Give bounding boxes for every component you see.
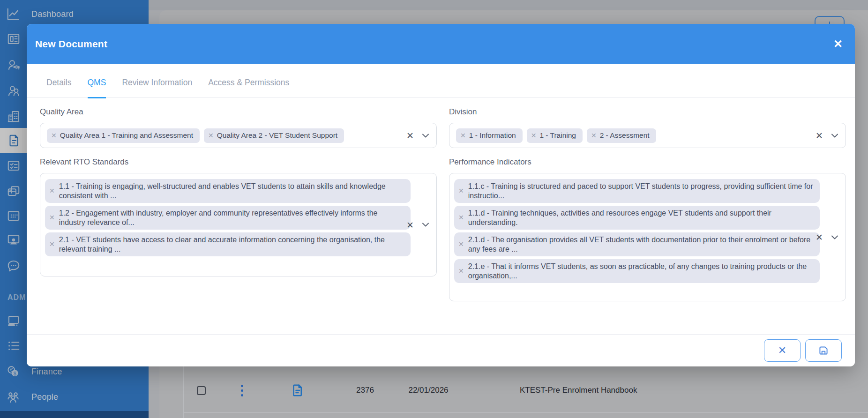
chip-remove-icon[interactable]: ✕ xyxy=(49,213,55,223)
field-label: Quality Area xyxy=(40,107,437,117)
modal-header: New Document ✕ xyxy=(27,24,855,64)
chip-label: 2.1.d - The organisation provides all VE… xyxy=(468,235,813,254)
chip-remove-icon[interactable]: ✕ xyxy=(49,240,55,249)
field-label: Performance Indicators xyxy=(449,157,846,167)
chip: ✕ 1 - Training xyxy=(527,128,583,143)
chip-remove-icon[interactable]: ✕ xyxy=(458,213,464,223)
tab-access-permissions[interactable]: Access & Permissions xyxy=(208,78,289,97)
modal-title: New Document xyxy=(35,38,107,50)
quality-area-field: Quality Area ✕ Quality Area 1 - Training… xyxy=(40,107,437,148)
chip: ✕ 2 - Assessment xyxy=(587,128,656,143)
division-field: Division ✕ 1 - Information ✕ 1 - Trainin… xyxy=(449,107,846,148)
chip-label: 1.1 - Training is engaging, well-structu… xyxy=(59,182,404,200)
chip: ✕ 1.1.d - Training techniques, activitie… xyxy=(454,206,820,230)
new-document-modal: New Document ✕ Details QMS Review Inform… xyxy=(27,24,855,366)
chip-remove-icon[interactable]: ✕ xyxy=(460,132,466,139)
chip-remove-icon[interactable]: ✕ xyxy=(531,132,537,139)
chip: ✕ 1.1 - Training is engaging, well-struc… xyxy=(45,179,411,203)
chip: ✕ 2.1.e - That it informs VET students, … xyxy=(454,259,820,283)
clear-icon[interactable]: ✕ xyxy=(406,220,414,229)
chip-remove-icon[interactable]: ✕ xyxy=(458,187,464,196)
performance-indicators-field: Performance Indicators ✕ 1.1.c - Trainin… xyxy=(449,157,846,301)
chevron-down-icon[interactable] xyxy=(831,133,838,138)
tab-review-information[interactable]: Review Information xyxy=(122,78,192,97)
chevron-down-icon[interactable] xyxy=(422,223,429,227)
chevron-down-icon[interactable] xyxy=(422,133,429,138)
chip-label: 1.2 - Engagement with industry, employer… xyxy=(59,209,404,227)
chip-label: 1 - Training xyxy=(539,131,576,140)
field-label: Division xyxy=(449,107,846,117)
chip-label: 2.1 - VET students have access to clear … xyxy=(59,235,404,254)
clear-icon[interactable]: ✕ xyxy=(816,233,823,242)
chip-remove-icon[interactable]: ✕ xyxy=(458,267,464,276)
clear-icon[interactable]: ✕ xyxy=(816,131,823,140)
modal-footer: ✕ xyxy=(27,334,855,366)
clear-icon[interactable]: ✕ xyxy=(406,131,414,140)
chip: ✕ 1.2 - Engagement with industry, employ… xyxy=(45,206,411,230)
chip-label: 1.1.c - Training is structured and paced… xyxy=(468,182,813,200)
save-button[interactable] xyxy=(805,339,842,362)
chip-label: 2.1.e - That it informs VET students, as… xyxy=(468,262,813,280)
chip-remove-icon[interactable]: ✕ xyxy=(458,240,464,249)
cancel-button[interactable]: ✕ xyxy=(764,339,801,362)
chevron-down-icon[interactable] xyxy=(831,235,838,239)
chip: ✕ 2.1.d - The organisation provides all … xyxy=(454,232,820,256)
tab-bar: Details QMS Review Information Access & … xyxy=(27,78,855,98)
chip: ✕ Quality Area 1 - Training and Assessme… xyxy=(47,128,200,143)
chip-remove-icon[interactable]: ✕ xyxy=(591,132,597,139)
chip: ✕ 2.1 - VET students have access to clea… xyxy=(45,232,411,256)
chip: ✕ 1.1.c - Training is structured and pac… xyxy=(454,179,820,203)
chip-label: Quality Area 2 - VET Student Support xyxy=(217,131,337,140)
tab-details[interactable]: Details xyxy=(46,78,72,97)
quality-area-select[interactable]: ✕ Quality Area 1 - Training and Assessme… xyxy=(40,123,437,148)
chip-label: 1 - Information xyxy=(469,131,516,140)
save-icon xyxy=(817,344,830,357)
division-select[interactable]: ✕ 1 - Information ✕ 1 - Training ✕ 2 - A… xyxy=(449,123,846,148)
close-icon[interactable]: ✕ xyxy=(833,38,843,50)
chip-remove-icon[interactable]: ✕ xyxy=(51,132,57,139)
tab-qms[interactable]: QMS xyxy=(88,78,106,98)
chip-remove-icon[interactable]: ✕ xyxy=(49,187,55,196)
field-label: Relevant RTO Standards xyxy=(40,157,437,167)
rto-standards-select[interactable]: ✕ 1.1 - Training is engaging, well-struc… xyxy=(40,173,437,276)
performance-indicators-select[interactable]: ✕ 1.1.c - Training is structured and pac… xyxy=(449,173,846,301)
chip: ✕ 1 - Information xyxy=(456,128,523,143)
chip: ✕ Quality Area 2 - VET Student Support xyxy=(204,128,344,143)
chip-label: Quality Area 1 - Training and Assessment xyxy=(60,131,193,140)
chip-label: 2 - Assessment xyxy=(600,131,650,140)
chip-remove-icon[interactable]: ✕ xyxy=(208,132,214,139)
rto-standards-field: Relevant RTO Standards ✕ 1.1 - Training … xyxy=(40,157,437,301)
chip-label: 1.1.d - Training techniques, activities … xyxy=(468,209,813,227)
cancel-icon: ✕ xyxy=(778,345,786,356)
